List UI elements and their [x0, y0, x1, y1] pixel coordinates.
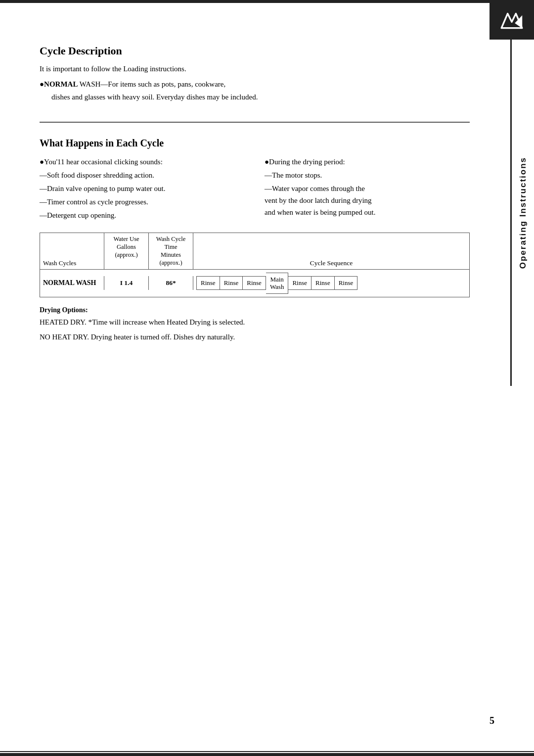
drying-no-heat: NO HEAT DRY. Drying heater is turned off…: [40, 331, 470, 343]
left-column: ●You'11 hear occasional clicking sounds:…: [40, 156, 245, 223]
normal-wash-description: ●NORMAL WASH—For items such as pots, pan…: [40, 79, 470, 90]
right-intro: ●During the drying period:: [265, 156, 470, 168]
what-happens-columns: ●You'11 hear occasional clicking sounds:…: [40, 156, 470, 223]
right-intro-text: During the drying period:: [269, 158, 345, 166]
cycle-sequence-label: Cycle Sequence: [310, 259, 353, 267]
right-bullet: ●: [265, 158, 269, 166]
col-header-cycle-sequence: Cycle Sequence: [193, 233, 469, 269]
left-intro-text: You'11 hear occasional clicking sounds:: [44, 158, 163, 166]
left-item-1: —Soft food disposer shredding action.: [40, 169, 245, 181]
water-use-line1: Water Use: [113, 236, 139, 242]
drying-options: Drying Options: HEATED DRY. *Time will i…: [40, 306, 470, 343]
page: Operating Instructions Cycle Description…: [0, 0, 534, 756]
seq-box-1: Rinse: [196, 276, 220, 290]
right-item-2: —Water vapor comes through thevent by th…: [265, 183, 470, 218]
left-item-4: —Detergent cup opening.: [40, 209, 245, 221]
cycle-description-section: Cycle Description It is important to fol…: [40, 30, 470, 123]
cycle-description-title: Cycle Description: [40, 45, 470, 57]
water-use-line2: Gallons: [117, 243, 136, 250]
right-column: ●During the drying period: —The motor st…: [265, 156, 470, 223]
seq-box-6: Rinse: [312, 276, 335, 290]
col-header-cycle-time: Wash Cycle Time Minutes (approx.): [149, 233, 193, 269]
seq-box-4: MainWash: [266, 273, 289, 294]
seq-box-5: Rinse: [288, 276, 312, 290]
row-cycle-sequence: Rinse Rinse Rinse MainWash Rinse Rinse R…: [193, 270, 469, 297]
page-number: 5: [490, 715, 494, 726]
water-use-line3: (approx.): [115, 251, 137, 258]
brand-logo-icon: [499, 7, 524, 32]
wash-cycles-table: Wash Cycles Water Use Gallons (approx.) …: [40, 233, 470, 297]
bottom-border: [0, 753, 534, 756]
time-line4: (approx.): [159, 259, 182, 266]
svg-marker-1: [515, 16, 522, 28]
col-header-water-use: Water Use Gallons (approx.): [104, 233, 149, 269]
table-data-row: NORMAL WASH I 1.4 86* Rinse Rinse Rinse …: [40, 270, 469, 297]
seq-box-7: Rinse: [335, 276, 358, 290]
time-line3: Minutes: [161, 251, 181, 258]
time-line1: Wash Cycle: [156, 236, 186, 242]
main-content: Cycle Description It is important to fol…: [0, 0, 534, 377]
col-header-wash-cycles: Wash Cycles: [40, 233, 104, 269]
time-line2: Time: [165, 243, 178, 250]
wash-cycles-header-label: Wash Cycles: [43, 259, 76, 267]
top-border: [0, 0, 534, 3]
right-sidebar: Operating Instructions: [510, 40, 534, 386]
seq-box-3: Rinse: [243, 276, 266, 290]
drying-heated: HEATED DRY. *Time will increase when Hea…: [40, 317, 470, 328]
left-intro: ●You'11 hear occasional clicking sounds:: [40, 156, 245, 168]
cycle-description-intro: It is important to follow the Loading in…: [40, 63, 470, 75]
normal-wash-bold: NORMAL: [44, 80, 78, 88]
normal-wash-line2: dishes and glasses with heavy soil. Ever…: [51, 92, 470, 103]
normal-wash-text: WASH—For items such as pots, pans, cookw…: [78, 80, 225, 88]
sidebar-label: Operating Instructions: [518, 157, 528, 269]
row-time-value: 86*: [149, 276, 193, 290]
table-header-row: Wash Cycles Water Use Gallons (approx.) …: [40, 233, 469, 270]
row-wash-name: NORMAL WASH: [40, 276, 104, 290]
what-happens-title: What Happens in Each Cycle: [40, 138, 470, 149]
what-happens-section: What Happens in Each Cycle ●You'11 hear …: [40, 123, 470, 343]
logo-corner: [490, 0, 534, 40]
seq-box-2: Rinse: [220, 276, 243, 290]
left-item-3: —Timer control as cycle progresses.: [40, 196, 245, 208]
bullet-icon: ●: [40, 80, 44, 88]
drying-options-title: Drying Options:: [40, 306, 470, 314]
row-water-value: I 1.4: [104, 276, 149, 290]
left-item-2: —Drain valve opening to pump water out.: [40, 183, 245, 194]
row-wash-name-text: NORMAL WASH: [43, 279, 96, 286]
left-bullet: ●: [40, 158, 44, 166]
right-item-1: —The motor stops.: [265, 169, 470, 181]
bottom-border-secondary: [0, 751, 534, 752]
